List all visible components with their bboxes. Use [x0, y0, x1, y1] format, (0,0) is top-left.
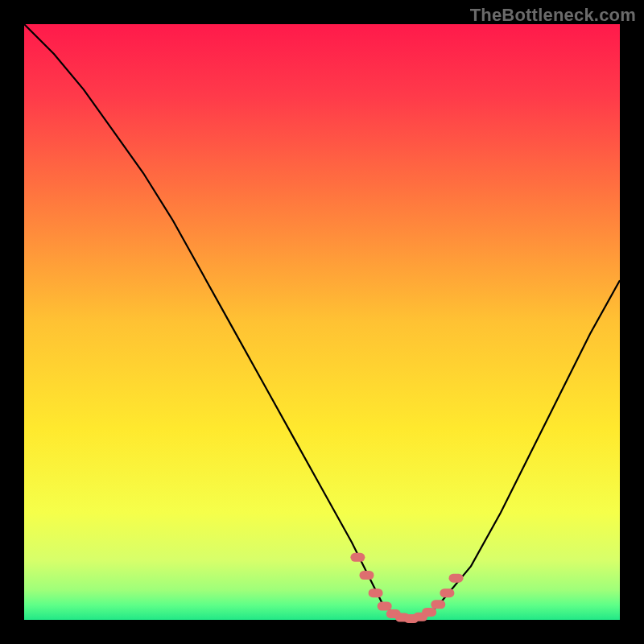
bottleneck-chart: [0, 0, 644, 644]
marker-point: [360, 571, 374, 580]
marker-point: [431, 600, 445, 609]
plot-background: [24, 24, 620, 620]
marker-point: [440, 588, 454, 597]
marker-point: [449, 574, 464, 583]
marker-point: [378, 602, 392, 611]
watermark-text: TheBottleneck.com: [470, 5, 636, 26]
marker-point: [422, 608, 436, 617]
marker-point: [369, 588, 383, 597]
marker-point: [350, 553, 365, 562]
